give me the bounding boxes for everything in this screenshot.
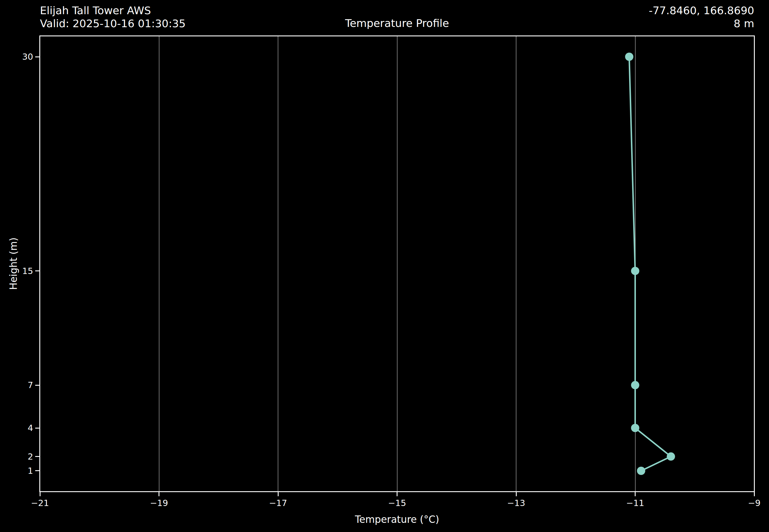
station-coordinates: -77.8460, 166.8690 — [459, 4, 754, 17]
y-tick-7 — [35, 385, 39, 386]
y-tick-1 — [35, 470, 39, 471]
x-tick-label--15: −15 — [376, 498, 418, 508]
y-tick-label-4: 4 — [0, 423, 33, 433]
y-tick-4 — [35, 428, 39, 429]
x-tick-label--21: −21 — [19, 498, 61, 508]
x-tick-label--11: −11 — [615, 498, 656, 508]
x-tick--9 — [754, 492, 755, 496]
x-tick-label--13: −13 — [496, 498, 537, 508]
x-tick--15 — [397, 492, 398, 496]
y-tick-label-1: 1 — [0, 466, 33, 476]
y-tick-30 — [35, 56, 39, 57]
y-tick-label-30: 30 — [0, 52, 33, 61]
x-tick--11 — [635, 492, 636, 496]
station-name: Elijah Tall Tower AWS — [40, 4, 186, 17]
station-elevation: 8 m — [459, 17, 754, 30]
y-tick-label-2: 2 — [0, 452, 33, 461]
x-tick-label--17: −17 — [257, 498, 299, 508]
x-axis-label: Temperature (°C) — [40, 514, 754, 525]
x-tick--21 — [40, 492, 41, 496]
y-axis-label: Height (m) — [8, 237, 19, 290]
header-right: -77.8460, 166.8690 8 m — [459, 4, 754, 30]
plot-area — [39, 35, 755, 492]
y-tick-2 — [35, 456, 39, 457]
y-tick-label-7: 7 — [0, 380, 33, 390]
x-tick--19 — [158, 492, 159, 496]
y-tick-15 — [35, 270, 39, 271]
x-tick-label--9: −9 — [734, 498, 769, 508]
x-tick--17 — [278, 492, 278, 496]
x-tick--13 — [516, 492, 517, 496]
temperature-profile-chart: Elijah Tall Tower AWS Valid: 2025-10-16 … — [0, 0, 769, 532]
x-tick-label--19: −19 — [138, 498, 180, 508]
